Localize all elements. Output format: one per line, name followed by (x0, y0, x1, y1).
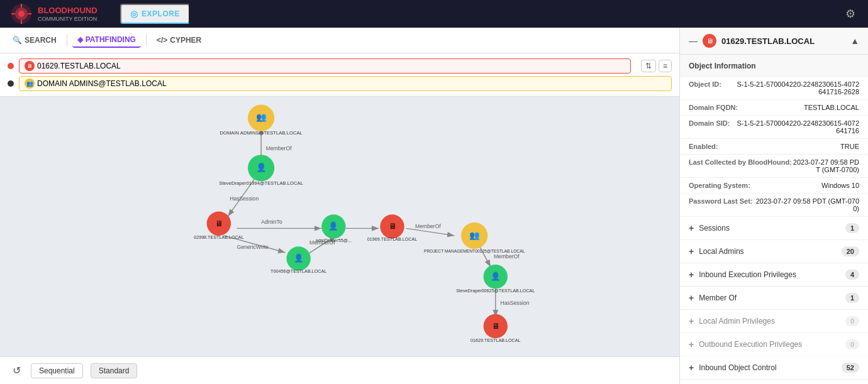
expand-inbound-obj-ctrl-left: + Inbound Object Control (689, 363, 777, 373)
field-os: Operating System: Windows 10 (680, 178, 868, 194)
search-label: SEARCH (25, 36, 57, 45)
expand-local-admin-privs[interactable]: + Local Admin Privileges 0 (680, 310, 868, 333)
node-domain-admins-icon: 👥 (256, 112, 267, 123)
source-row: 🖥 01629.TESTLAB.LOCAL ⇅ ≡ (8, 58, 672, 74)
right-panel: — 🖥 01629.TESTLAB.LOCAL ▲ Object Informa… (679, 28, 868, 384)
expand-inbound-exec-plus: + (689, 270, 694, 280)
svg-point-2 (18, 11, 25, 17)
field-label-os: Operating System: (689, 182, 750, 189)
cypher-button[interactable]: </> CYPHER (152, 33, 206, 47)
expand-member-of[interactable]: + Member Of 1 (680, 287, 868, 310)
field-label-enabled: Enabled: (689, 143, 718, 150)
node-stevedraper00625-icon: 👤 (491, 272, 501, 282)
field-value-os: Windows 10 (821, 182, 859, 189)
expand-sessions-label: Sessions (699, 224, 730, 233)
target-node-icon: 👥 (25, 79, 35, 89)
node-comp01629-icon: 🖥 (492, 322, 499, 331)
field-object-id: Object ID: S-1-5-21-570004220-2248230615… (680, 77, 868, 100)
object-info-section: Object Information (680, 55, 868, 77)
node-domain-admins-label: DOMAIN ADMINS@TESTLAB.LOCAL (220, 130, 303, 136)
collapse-up-button[interactable]: ▲ (850, 36, 859, 46)
edge-label-genericwrite: GenericWrite (237, 244, 269, 250)
expand-local-admins-left: + Local Admins (689, 246, 744, 256)
logo-name: BLOODHOUND (38, 6, 97, 16)
node-admdraper55-icon: 👤 (328, 221, 338, 231)
search-button[interactable]: 🔍 SEARCH (8, 33, 62, 47)
expand-outbound-exec-left: + Outbound Execution Privileges (689, 339, 802, 349)
field-label-object-id: Object ID: (689, 80, 721, 88)
section-title: Object Information (689, 62, 756, 70)
rp-title-row: — 🖥 01629.TESTLAB.LOCAL (689, 34, 815, 48)
node-comp01969-label: 01969.TESTLAB.LOCAL (367, 236, 418, 242)
rotate-button[interactable]: ↺ (10, 362, 23, 379)
source-node-icon: 🖥 (25, 61, 35, 71)
field-label-domain-fqdn: Domain FQDN: (689, 104, 738, 111)
filter-button[interactable]: ≡ (659, 60, 672, 72)
expand-local-admin-privs-label: Local Admin Privileges (699, 317, 775, 326)
expand-sessions[interactable]: + Sessions 1 (680, 217, 868, 240)
pathfinding-button[interactable]: ◈ PATHFINDING (72, 33, 141, 48)
field-label-domain-sid: Domain SID: (689, 119, 730, 127)
collapse-left-button[interactable]: — (689, 36, 698, 46)
edge-label-comp01969-proj: MemberOf (415, 223, 441, 229)
graph-svg: MemberOf HasSession AdminTo GenericWrite… (0, 97, 679, 356)
node-t00456-label: T00456@TESTLAB.LOCAL (270, 268, 326, 274)
node-stevedraper00625-label: SteveDraper00625@TESTLAB.LOCAL (456, 288, 535, 293)
expand-local-admins-count: 20 (842, 246, 859, 256)
expand-outbound-exec[interactable]: + Outbound Execution Privileges 0 (680, 333, 868, 356)
field-label-last-collected: Last Collected by BloodHound: (689, 158, 792, 166)
source-dot (8, 63, 14, 69)
swap-button[interactable]: ⇅ (641, 60, 656, 72)
expand-outbound-exec-count: 0 (845, 339, 859, 349)
nav-tab-explore-label: EXPLORE (142, 9, 180, 18)
node-proj-mgmt-label: PROJECT MANAGEMENT00125@TESTLAB.LOCAL (424, 249, 525, 253)
logo-area: BLOODHOUND COMMUNITY EDITION (10, 3, 97, 25)
edge-label-adminto: AdminTo (261, 219, 282, 225)
field-last-collected: Last Collected by BloodHound: 2023-07-27… (680, 155, 868, 178)
right-panel-header: — 🖥 01629.TESTLAB.LOCAL ▲ (680, 28, 868, 55)
expand-sessions-left: + Sessions (689, 223, 730, 233)
expand-inbound-exec[interactable]: + Inbound Execution Privileges 4 (680, 263, 868, 287)
logo-text-block: BLOODHOUND COMMUNITY EDITION (38, 6, 97, 22)
standard-button[interactable]: Standard (91, 363, 138, 378)
field-value-enabled: TRUE (840, 143, 859, 150)
bottom-toolbar: ↺ Sequential Standard (0, 356, 679, 384)
settings-button[interactable]: ⚙ (843, 4, 858, 23)
logo-sub: COMMUNITY EDITION (38, 16, 97, 22)
expand-sessions-plus: + (689, 223, 694, 233)
edge-proj-stevedraper00625 (479, 244, 491, 267)
expand-inbound-exec-left: + Inbound Execution Privileges (689, 270, 796, 280)
search-bar: 🔍 SEARCH ◈ PATHFINDING </> CYPHER (0, 28, 679, 53)
node-comp02998-icon: 🖥 (215, 219, 223, 228)
graph-area[interactable]: MemberOf HasSession AdminTo GenericWrite… (0, 97, 679, 356)
target-value: DOMAIN ADMINS@TESTLAB.LOCAL (37, 79, 167, 88)
target-input-display[interactable]: 👥 DOMAIN ADMINS@TESTLAB.LOCAL (19, 76, 672, 91)
expand-inbound-obj-ctrl[interactable]: + Inbound Object Control 52 (680, 356, 868, 380)
field-enabled: Enabled: TRUE (680, 139, 868, 155)
node-proj-mgmt-icon: 👥 (469, 230, 480, 241)
explore-icon: ◎ (130, 9, 138, 19)
expand-outbound-exec-plus: + (689, 339, 694, 349)
divider (67, 34, 67, 47)
source-input-display[interactable]: 🖥 01629.TESTLAB.LOCAL (19, 58, 631, 74)
left-panel: 🔍 SEARCH ◈ PATHFINDING </> CYPHER 🖥 0162… (0, 28, 679, 384)
expand-local-admins[interactable]: + Local Admins 20 (680, 240, 868, 263)
expand-member-of-count: 1 (845, 293, 859, 303)
logo-icon (10, 3, 33, 25)
expand-local-admin-privs-plus: + (689, 316, 694, 326)
sequential-button[interactable]: Sequential (31, 363, 83, 378)
node-admdraper55-label: admDraper55@... (316, 238, 352, 243)
field-value-domain-fqdn: TESTLAB.LOCAL (804, 104, 859, 111)
expand-inbound-exec-label: Inbound Execution Privileges (699, 270, 796, 279)
main-content: 🔍 SEARCH ◈ PATHFINDING </> CYPHER 🖥 0162… (0, 28, 868, 384)
expand-local-admins-label: Local Admins (699, 247, 743, 256)
expand-inbound-exec-count: 4 (845, 270, 859, 280)
cypher-icon: </> (157, 36, 167, 45)
source-value: 01629.TESTLAB.LOCAL (37, 62, 121, 70)
expand-inbound-obj-ctrl-label: Inbound Object Control (699, 363, 776, 372)
nav-tabs: ◎ EXPLORE (120, 4, 190, 24)
field-value-domain-sid: S-1-5-21-570004220-2248230615-4072641716 (733, 119, 859, 134)
node-comp01969-icon: 🖥 (389, 222, 396, 231)
expand-local-admin-privs-left: + Local Admin Privileges (689, 316, 775, 326)
nav-tab-explore[interactable]: ◎ EXPLORE (120, 4, 190, 24)
